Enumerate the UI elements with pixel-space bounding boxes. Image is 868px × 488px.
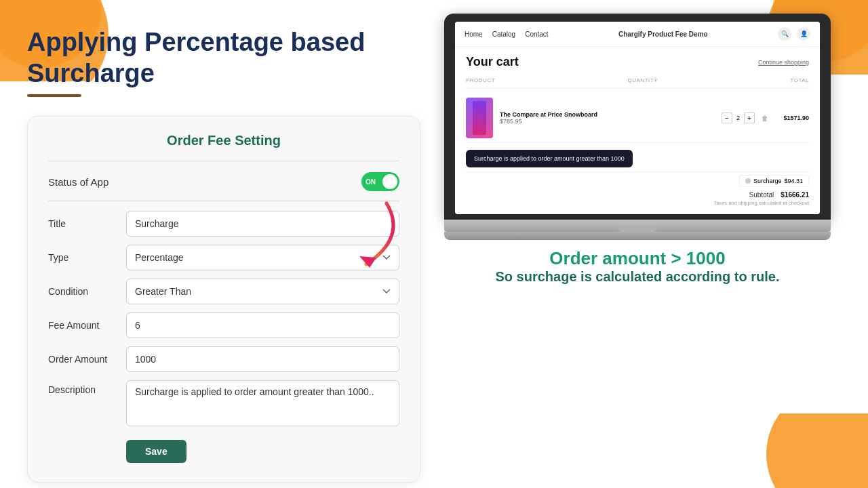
shop-title: Chargify Product Fee Demo — [549, 30, 778, 38]
nav-contact[interactable]: Contact — [525, 30, 548, 38]
nav-home[interactable]: Home — [465, 30, 483, 38]
product-image — [466, 98, 493, 138]
condition-field-label: Condition — [48, 286, 126, 297]
laptop-screen-outer: Home Catalog Contact Chargify Product Fe… — [444, 14, 831, 220]
title-field-label: Title — [48, 218, 126, 229]
cart-item-row: The Compare at Price Snowboard $785.95 −… — [466, 94, 809, 143]
order-amount-label: Order Amount — [48, 354, 126, 365]
right-panel: Home Catalog Contact Chargify Product Fe… — [420, 20, 841, 285]
qty-increase-button[interactable]: + — [744, 113, 755, 123]
search-icon[interactable]: 🔍 — [778, 27, 791, 41]
product-details: The Compare at Price Snowboard $785.95 — [500, 111, 715, 125]
item-total: $1571.90 — [775, 115, 809, 121]
bottom-line2: So surchage is calculated according to r… — [444, 269, 831, 285]
condition-select[interactable]: Greater Than Less Than Equal To — [126, 279, 399, 304]
subtotal-row: Subtotal $1666.21 — [466, 191, 809, 199]
laptop-mockup: Home Catalog Contact Chargify Product Fe… — [444, 14, 831, 285]
subtotal-value: $1666.21 — [781, 191, 809, 199]
description-label: Description — [48, 380, 126, 395]
surcharge-row: Surcharge $94.31 — [466, 171, 809, 190]
delete-item-icon[interactable]: 🗑 — [762, 115, 768, 122]
surcharge-tooltip: Surcharge is applied to order amount gre… — [466, 150, 633, 167]
svg-marker-0 — [359, 256, 376, 268]
surcharge-dot — [745, 178, 751, 184]
page-title: Applying Percentage based Surcharge — [27, 27, 420, 89]
shop-nav-links: Home Catalog Contact — [465, 30, 549, 38]
bottom-line1: Order amount > 1000 — [444, 248, 831, 269]
description-row: Description Surcharge is applied to orde… — [48, 380, 399, 426]
surcharge-amount: $94.31 — [784, 178, 803, 184]
product-price: $785.95 — [500, 118, 715, 125]
subtotal-label: Subtotal — [749, 191, 774, 199]
status-toggle[interactable]: ON — [361, 172, 399, 191]
laptop-stand — [444, 232, 831, 240]
form-card-title: Order Fee Setting — [48, 133, 399, 148]
description-textarea[interactable]: Surcharge is applied to order amount gre… — [126, 380, 399, 426]
taxes-note: Taxes and shipping calculated at checkou… — [466, 200, 809, 206]
col-product: PRODUCT — [466, 77, 495, 83]
laptop-screen-inner: Home Catalog Contact Chargify Product Fe… — [455, 22, 820, 214]
toggle-knob — [382, 174, 397, 189]
order-fee-form-card: Order Fee Setting Status of App ON Title… — [27, 116, 420, 483]
toggle-on-label: ON — [366, 178, 376, 186]
laptop-base — [444, 220, 831, 232]
col-total: TOTAL — [790, 77, 809, 83]
form-divider — [48, 161, 399, 161]
surcharge-label: Surcharge — [753, 178, 782, 184]
order-amount-input[interactable] — [126, 346, 399, 372]
surcharge-badge: Surcharge $94.31 — [739, 175, 809, 187]
cart-header-row: Your cart Continue shopping — [466, 55, 809, 69]
fee-amount-input[interactable] — [126, 312, 399, 338]
product-img-inner — [473, 101, 486, 135]
col-quantity: QUANTITY — [628, 77, 658, 83]
qty-decrease-button[interactable]: − — [722, 113, 732, 123]
shop-nav-icons: 🔍 👤 — [778, 27, 810, 41]
fee-amount-row: Fee Amount — [48, 312, 399, 338]
quantity-controls: − 2 + 🗑 — [722, 113, 768, 123]
nav-catalog[interactable]: Catalog — [492, 30, 515, 38]
bottom-text-section: Order amount > 1000 So surchage is calcu… — [444, 248, 831, 285]
product-name: The Compare at Price Snowboard — [500, 111, 715, 118]
qty-value: 2 — [736, 115, 740, 121]
title-underline — [27, 94, 81, 97]
arrow-decoration — [332, 197, 414, 281]
order-amount-row: Order Amount — [48, 346, 399, 372]
condition-row: Condition Greater Than Less Than Equal T… — [48, 279, 399, 304]
tooltip-container: Surcharge is applied to order amount gre… — [466, 150, 809, 167]
save-button[interactable]: Save — [126, 440, 186, 463]
cart-title: Your cart — [466, 55, 519, 69]
type-field-label: Type — [48, 252, 126, 263]
cart-icon[interactable]: 👤 — [797, 27, 810, 41]
cart-columns: PRODUCT QUANTITY TOTAL — [466, 77, 809, 88]
status-label: Status of App — [48, 176, 108, 188]
cart-area: Your cart Continue shopping PRODUCT QUAN… — [455, 47, 820, 214]
continue-shopping-link[interactable]: Continue shopping — [758, 59, 809, 66]
fee-amount-label: Fee Amount — [48, 320, 126, 331]
shop-navbar: Home Catalog Contact Chargify Product Fe… — [455, 22, 820, 47]
